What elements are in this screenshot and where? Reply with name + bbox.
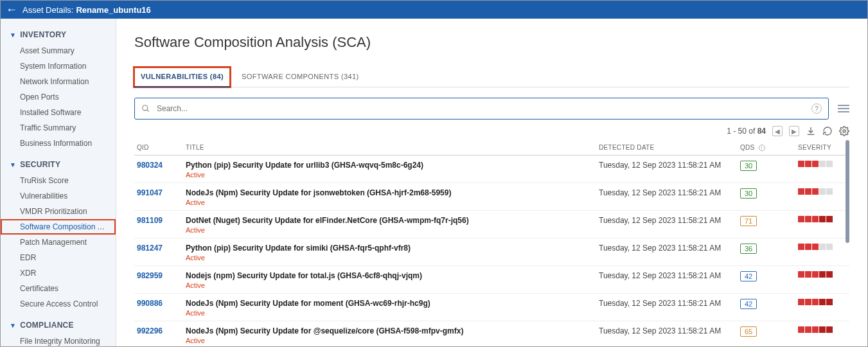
sidebar-item[interactable]: XDR bbox=[1, 265, 116, 281]
refresh-icon[interactable] bbox=[822, 126, 833, 136]
sidebar-item[interactable]: EDR bbox=[1, 250, 116, 265]
col-severity[interactable]: SEVERITY bbox=[798, 144, 849, 151]
sidebar-item[interactable]: Asset Summary bbox=[1, 43, 116, 58]
sidebar-item[interactable]: Installed Software bbox=[1, 105, 116, 120]
row-title: NodeJs (Npm) Security Update for @sequel… bbox=[186, 326, 599, 344]
sidebar-item[interactable]: Vulnerabilities bbox=[1, 188, 116, 204]
qid-link[interactable]: 980324 bbox=[134, 161, 186, 170]
sidebar-item[interactable]: Patch Management bbox=[1, 235, 116, 250]
col-title[interactable]: TITLE bbox=[186, 144, 599, 151]
severity-bars bbox=[798, 299, 849, 305]
search-box[interactable]: ? bbox=[134, 98, 829, 120]
search-input[interactable] bbox=[157, 104, 805, 113]
qid-link[interactable]: 991047 bbox=[134, 188, 186, 197]
sidebar-item[interactable]: TruRisk Score bbox=[1, 173, 116, 188]
row-title: Python (pip) Security Update for urllib3… bbox=[186, 161, 599, 179]
severity-bars bbox=[798, 216, 849, 222]
sidebar-item[interactable]: Traffic Summary bbox=[1, 120, 116, 136]
col-qds[interactable]: QDSi bbox=[740, 144, 798, 151]
row-qds: 30 bbox=[740, 188, 798, 199]
pager-text: 1 - 50 of 84 bbox=[727, 127, 766, 136]
row-severity bbox=[798, 161, 849, 167]
row-severity bbox=[798, 244, 849, 250]
col-date[interactable]: DETECTED DATE bbox=[599, 144, 740, 151]
row-title: DotNet (Nuget) Security Update for elFin… bbox=[186, 216, 599, 234]
sidebar-section-label: INVENTORY bbox=[20, 30, 66, 39]
sidebar-section-label: SECURITY bbox=[20, 160, 60, 169]
row-title-text: Nodejs (npm) Security Update for total.j… bbox=[186, 271, 599, 280]
tab[interactable]: VULNERABILITIES (84) bbox=[134, 67, 230, 87]
row-severity bbox=[798, 271, 849, 278]
tabs: VULNERABILITIES (84)SOFTWARE COMPONENTS … bbox=[134, 67, 849, 87]
sidebar-item[interactable]: Certificates bbox=[1, 281, 116, 296]
table-row[interactable]: 982959Nodejs (npm) Security Update for t… bbox=[134, 266, 849, 294]
row-date: Tuesday, 12 Sep 2023 11:58:21 AM bbox=[599, 244, 740, 253]
row-severity bbox=[798, 188, 849, 195]
sidebar-item[interactable]: File Integrity Monitoring bbox=[1, 334, 116, 346]
row-status: Active bbox=[186, 337, 599, 344]
svg-point-5 bbox=[843, 130, 846, 132]
sidebar-section-compliance[interactable]: ▼COMPLIANCE bbox=[1, 317, 116, 334]
gear-icon[interactable] bbox=[839, 126, 849, 136]
row-status: Active bbox=[186, 199, 599, 206]
svg-line-1 bbox=[147, 110, 149, 112]
qid-link[interactable]: 981109 bbox=[134, 216, 186, 225]
row-date: Tuesday, 12 Sep 2023 11:58:21 AM bbox=[599, 216, 740, 225]
download-icon[interactable] bbox=[806, 126, 816, 136]
sidebar-item[interactable]: Open Ports bbox=[1, 89, 116, 105]
row-title-text: NodeJs (Npm) Security Update for @sequel… bbox=[186, 326, 599, 335]
sidebar-item[interactable]: Business Information bbox=[1, 136, 116, 151]
table: QID TITLE DETECTED DATE QDSi SEVERITY 98… bbox=[134, 140, 849, 346]
sidebar-item[interactable]: Software Composition Analy... bbox=[1, 219, 116, 235]
row-title-text: Python (pip) Security Update for simiki … bbox=[186, 244, 599, 253]
qds-badge: 30 bbox=[740, 188, 757, 199]
search-icon bbox=[141, 104, 150, 113]
qid-link[interactable]: 981247 bbox=[134, 244, 186, 253]
row-title-text: Python (pip) Security Update for urllib3… bbox=[186, 161, 599, 170]
table-row[interactable]: 990886NodeJs (Npm) Security Update for m… bbox=[134, 294, 849, 321]
row-title-text: NodeJs (Npm) Security Update for moment … bbox=[186, 299, 599, 308]
sidebar-item[interactable]: VMDR Prioritization bbox=[1, 204, 116, 219]
qds-badge: 30 bbox=[740, 161, 757, 171]
col-qid[interactable]: QID bbox=[134, 144, 186, 151]
table-row[interactable]: 981247Python (pip) Security Update for s… bbox=[134, 238, 849, 266]
sidebar-item[interactable]: Network Information bbox=[1, 74, 116, 89]
severity-bars bbox=[798, 161, 849, 167]
table-row[interactable]: 981109DotNet (Nuget) Security Update for… bbox=[134, 211, 849, 238]
scrollbar[interactable] bbox=[846, 140, 849, 243]
table-header: QID TITLE DETECTED DATE QDSi SEVERITY bbox=[134, 140, 849, 156]
row-title: NodeJs (Npm) Security Update for jsonweb… bbox=[186, 188, 599, 206]
row-qds: 36 bbox=[740, 244, 798, 254]
chevron-down-icon: ▼ bbox=[10, 161, 16, 168]
qds-badge: 42 bbox=[740, 271, 757, 281]
help-icon[interactable]: ? bbox=[811, 103, 822, 114]
info-icon[interactable]: i bbox=[759, 145, 765, 151]
back-arrow-icon[interactable]: ← bbox=[6, 3, 17, 17]
row-status: Active bbox=[186, 254, 599, 262]
severity-bars bbox=[798, 244, 849, 250]
pager-prev-icon[interactable]: ◀ bbox=[772, 126, 783, 136]
table-row[interactable]: 992296NodeJs (Npm) Security Update for @… bbox=[134, 321, 849, 346]
row-qds: 71 bbox=[740, 216, 798, 226]
table-row[interactable]: 991047NodeJs (Npm) Security Update for j… bbox=[134, 183, 849, 211]
pager-next-icon[interactable]: ▶ bbox=[789, 126, 799, 136]
sidebar-section-security[interactable]: ▼SECURITY bbox=[1, 156, 116, 173]
table-row[interactable]: 980324Python (pip) Security Update for u… bbox=[134, 156, 849, 183]
sidebar: ▼INVENTORYAsset SummarySystem Informatio… bbox=[1, 19, 116, 346]
sidebar-item[interactable]: Secure Access Control bbox=[1, 296, 116, 312]
chevron-down-icon: ▼ bbox=[10, 31, 16, 39]
severity-bars bbox=[798, 326, 849, 333]
severity-bars bbox=[798, 271, 849, 278]
tab[interactable]: SOFTWARE COMPONENTS (341) bbox=[235, 67, 366, 87]
row-title: Nodejs (npm) Security Update for total.j… bbox=[186, 271, 599, 289]
row-status: Active bbox=[186, 281, 599, 289]
sidebar-section-inventory[interactable]: ▼INVENTORY bbox=[1, 26, 116, 43]
row-title-text: NodeJs (Npm) Security Update for jsonweb… bbox=[186, 188, 599, 197]
qid-link[interactable]: 982959 bbox=[134, 271, 186, 280]
hamburger-icon[interactable] bbox=[838, 104, 849, 113]
header-bar: ← Asset Details: Rename_ubuntu16 bbox=[1, 1, 867, 19]
row-date: Tuesday, 12 Sep 2023 11:58:21 AM bbox=[599, 161, 740, 170]
sidebar-item[interactable]: System Information bbox=[1, 58, 116, 74]
qid-link[interactable]: 990886 bbox=[134, 299, 186, 308]
qid-link[interactable]: 992296 bbox=[134, 326, 186, 335]
